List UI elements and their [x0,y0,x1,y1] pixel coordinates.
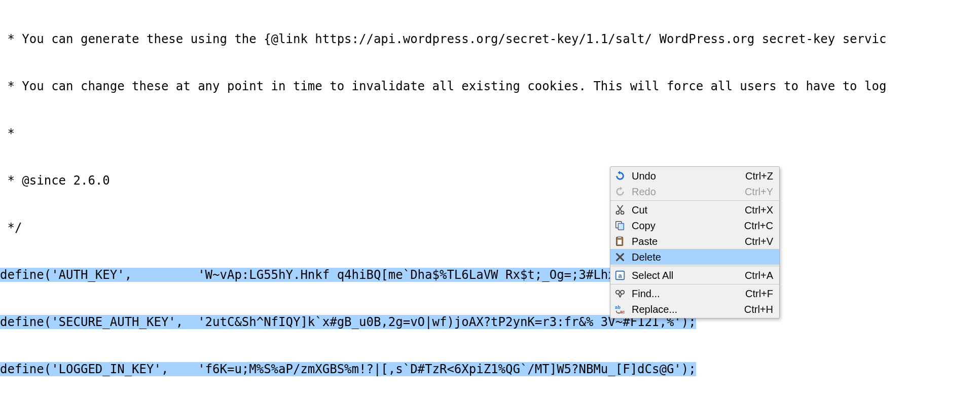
svg-rect-9 [618,236,621,238]
select-all-icon: a [613,269,627,282]
menu-label: Undo [632,171,735,181]
svg-point-2 [616,211,619,214]
menu-shortcut: Ctrl+Z [745,171,773,181]
menu-separator [610,284,779,284]
menu-item-copy[interactable]: Copy Ctrl+C [610,218,779,233]
menu-shortcut: Ctrl+V [745,236,773,246]
svg-point-16 [621,290,624,294]
svg-line-18 [620,294,622,297]
menu-label: Find... [632,289,735,299]
svg-marker-0 [618,170,620,174]
svg-text:ac: ac [620,309,625,314]
code-line[interactable]: * You can change these at any point in t… [0,79,886,94]
menu-label: Paste [632,236,735,246]
menu-label: Select All [632,270,735,280]
code-line[interactable]: * [0,126,886,141]
svg-marker-1 [620,186,623,190]
menu-item-select-all[interactable]: a Select All Ctrl+A [610,267,779,283]
cut-icon [613,203,627,217]
undo-icon [613,169,627,183]
svg-point-15 [616,290,620,294]
find-icon [613,287,627,300]
svg-text:a: a [618,271,622,279]
svg-rect-10 [618,239,622,244]
menu-item-find[interactable]: Find... Ctrl+F [610,285,779,301]
menu-separator [610,266,779,266]
menu-shortcut: Ctrl+Y [745,187,773,197]
delete-icon [613,250,627,264]
menu-label: Replace... [632,304,734,314]
paste-icon [613,235,627,248]
menu-label: Cut [632,205,735,215]
menu-label: Delete [632,252,763,262]
menu-item-redo: Redo Ctrl+Y [610,184,779,199]
menu-item-replace[interactable]: ab ac Replace... Ctrl+H [610,301,779,317]
replace-icon: ab ac [613,303,627,316]
menu-shortcut: Ctrl+H [744,304,773,314]
context-menu: Undo Ctrl+Z Redo Ctrl+Y Cut Ctrl+X [610,166,780,318]
menu-item-undo[interactable]: Undo Ctrl+Z [610,168,779,184]
menu-label: Copy [632,221,734,231]
menu-shortcut: Ctrl+X [745,205,773,215]
menu-item-paste[interactable]: Paste Ctrl+V [610,233,779,249]
menu-shortcut: Ctrl+F [745,289,773,299]
menu-separator [610,200,779,201]
svg-point-3 [621,211,624,214]
svg-rect-7 [618,223,624,230]
code-line[interactable]: define('LOGGED_IN_KEY', 'f6K=u;M%S%aP/zm… [0,362,886,377]
menu-item-delete[interactable]: Delete [610,249,779,265]
menu-label: Redo [632,187,735,197]
menu-shortcut: Ctrl+C [744,221,773,231]
code-line[interactable]: * You can generate these using the {@lin… [0,31,886,47]
redo-icon [613,185,627,198]
menu-item-cut[interactable]: Cut Ctrl+X [610,202,779,218]
menu-shortcut: Ctrl+A [745,270,773,280]
copy-icon [613,219,627,232]
